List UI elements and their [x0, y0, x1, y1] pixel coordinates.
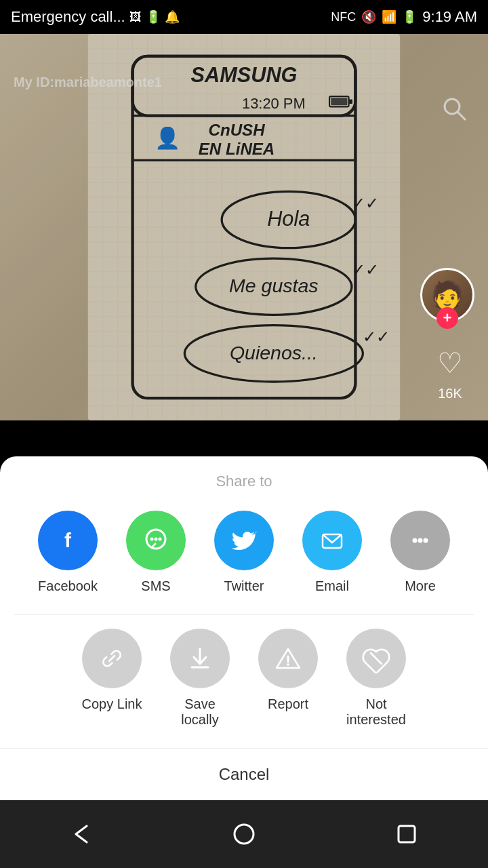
share-item-facebook[interactable]: f Facebook	[30, 511, 105, 594]
twitter-icon[interactable]	[214, 511, 274, 570]
not-interested-icon[interactable]	[346, 629, 406, 688]
share-item-copy-link[interactable]: Copy Link	[75, 629, 149, 728]
status-bar: Emergency call... 🖼 🔋 🔔 NFC 🔇 📶 🔋 9:19 A…	[0, 0, 488, 34]
save-locally-icon[interactable]	[170, 629, 230, 688]
status-time: 9:19 AM	[422, 8, 477, 26]
recents-button[interactable]	[380, 807, 434, 861]
share-item-save-locally[interactable]: Save locally	[163, 629, 237, 728]
share-row-1: f Facebook SMS	[0, 511, 488, 594]
save-locally-label: Save locally	[181, 696, 219, 728]
svg-point-76	[424, 538, 428, 543]
wifi-icon: 📶	[382, 9, 396, 24]
twitter-label: Twitter	[224, 578, 264, 594]
svg-point-75	[418, 538, 423, 543]
nfc-icon: NFC	[331, 10, 356, 24]
more-label: More	[405, 578, 436, 594]
report-icon[interactable]	[258, 629, 318, 688]
share-item-email[interactable]: Email	[295, 511, 369, 594]
more-icon[interactable]	[390, 511, 450, 570]
share-item-not-interested[interactable]: Not interested	[339, 629, 413, 728]
svg-point-80	[287, 663, 289, 666]
share-row-2: Copy Link Save locally Repor	[0, 629, 488, 728]
svg-point-74	[413, 538, 418, 543]
email-label: Email	[315, 578, 349, 594]
svg-point-70	[150, 538, 154, 541]
status-icons: NFC 🔇 📶 🔋 9:19 AM	[331, 8, 477, 26]
not-interested-label: Not interested	[346, 696, 406, 728]
svg-point-71	[155, 538, 158, 541]
share-item-twitter[interactable]: Twitter	[207, 511, 281, 594]
like-count: 16K	[438, 386, 462, 401]
sms-icon[interactable]	[126, 511, 186, 570]
share-sheet: Share to f Facebook SMS	[0, 456, 488, 800]
back-button[interactable]	[54, 807, 108, 861]
copy-link-label: Copy Link	[82, 696, 142, 712]
share-item-more[interactable]: More	[383, 511, 458, 594]
share-item-sms[interactable]: SMS	[119, 511, 193, 594]
facebook-label: Facebook	[38, 578, 98, 594]
nav-bar	[0, 800, 488, 868]
share-item-report[interactable]: Report	[251, 629, 325, 728]
mute-icon: 🔇	[361, 9, 376, 24]
status-text: Emergency call...	[11, 8, 125, 26]
battery-charging-icon: 🔋	[146, 9, 161, 24]
email-icon[interactable]	[302, 511, 362, 570]
sms-label: SMS	[141, 578, 170, 594]
notification-icon: 🔔	[165, 9, 180, 24]
svg-point-72	[159, 538, 162, 541]
share-title: Share to	[0, 473, 488, 490]
copy-link-icon[interactable]	[82, 629, 142, 688]
follow-plus-button[interactable]: +	[436, 307, 458, 329]
facebook-icon[interactable]: f	[38, 511, 98, 570]
svg-line-81	[371, 653, 382, 664]
status-left: Emergency call... 🖼 🔋 🔔	[11, 8, 180, 26]
battery-icon: 🔋	[402, 9, 417, 24]
like-icon[interactable]: ♡	[430, 342, 470, 383]
home-button[interactable]	[217, 807, 271, 861]
like-container[interactable]: ♡ 16K	[430, 342, 470, 401]
gallery-icon: 🖼	[129, 10, 142, 24]
avatar-container[interactable]: 🧑 +	[420, 268, 474, 322]
svg-point-82	[235, 825, 253, 844]
svg-text:f: f	[64, 529, 72, 551]
share-divider	[14, 614, 474, 615]
background-overlay	[0, 34, 488, 420]
report-label: Report	[268, 696, 308, 712]
svg-rect-83	[399, 826, 415, 842]
cancel-button[interactable]: Cancel	[0, 748, 488, 800]
